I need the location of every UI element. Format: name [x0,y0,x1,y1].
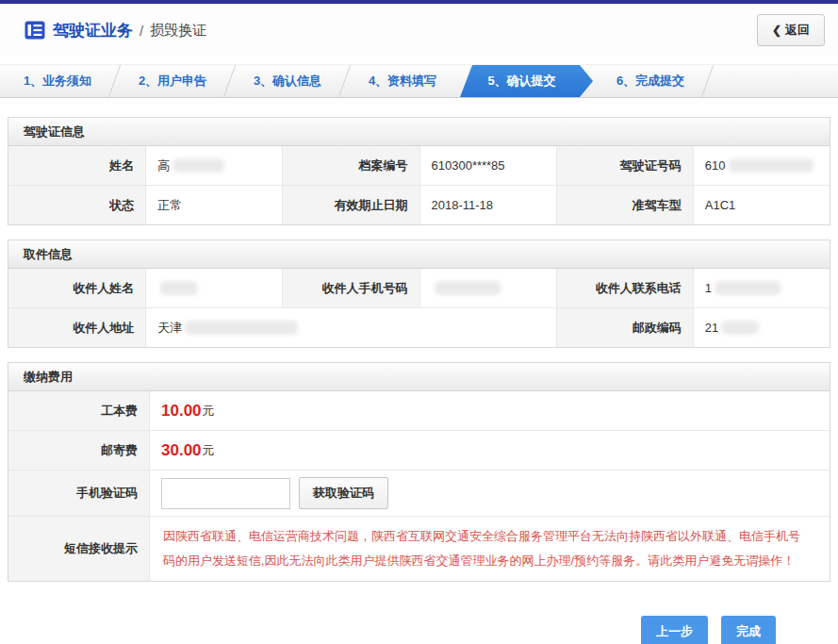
redacted-value [160,281,198,295]
redacted-value [729,158,813,173]
sms-code-cell: 获取验证码 [149,471,830,516]
table-row: 收件人地址 天津 邮政编码 21 [8,307,830,347]
tab-step-2[interactable]: 2、用户申告 [115,65,230,97]
production-fee-label: 工本费 [8,391,149,430]
license-info-section: 驾驶证信息 姓名 高 档案编号 610300****85 驾驶证号码 610 状… [8,117,830,225]
recipient-address-label: 收件人地址 [8,308,145,347]
table-row: 姓名 高 档案编号 610300****85 驾驶证号码 610 [8,146,830,185]
tab-step-5-active[interactable]: 5、确认提交 [460,65,593,97]
recipient-mobile-label: 收件人手机号码 [282,269,419,307]
sms-code-label: 手机验证码 [8,471,149,516]
production-fee-value: 10.00元 [149,391,830,430]
previous-step-button[interactable]: 上一步 [641,616,708,644]
license-info-title: 驾驶证信息 [8,118,830,146]
sms-notice-label: 短信接收提示 [8,517,149,581]
sms-notice-cell: 因陕西省联通、电信运营商技术问题，陕西省互联网交通安全综合服务管理平台无法向持陕… [149,517,830,581]
table-row: 短信接收提示 因陕西省联通、电信运营商技术问题，陕西省互联网交通安全综合服务管理… [8,516,830,581]
bottom-actions: 上一步 完成 [0,616,838,644]
table-row: 手机验证码 获取验证码 [8,470,830,516]
postal-code-label: 邮政编码 [556,308,693,347]
recipient-phone-label: 收件人联系电话 [556,269,693,307]
recipient-name-value [145,269,282,307]
recipient-name-label: 收件人姓名 [8,269,145,307]
pickup-info-section: 取件信息 收件人姓名 收件人手机号码 收件人联系电话 1 收件人地址 天津 邮政… [8,239,830,348]
recipient-phone-value: 1 [693,269,830,307]
back-chevron-icon: ❮ [772,24,781,37]
fees-section: 缴纳费用 工本费 10.00元 邮寄费 30.00元 手机验证码 获取验证码 短… [8,362,830,582]
sms-notice-text: 因陕西省联通、电信运营商技术问题，陕西省互联网交通安全综合服务管理平台无法向持陕… [161,517,818,581]
table-row: 工本费 10.00元 [8,391,830,430]
finish-button[interactable]: 完成 [721,616,776,644]
tab-step-3[interactable]: 3、确认信息 [230,65,345,97]
name-value: 高 [145,146,282,185]
table-row: 状态 正常 有效期止日期 2018-11-18 准驾车型 A1C1 [8,185,830,224]
fee-unit: 元 [203,442,215,459]
get-code-button[interactable]: 获取验证码 [299,477,388,509]
valid-until-value: 2018-11-18 [419,186,556,224]
vehicle-class-label: 准驾车型 [556,186,693,224]
recipient-mobile-value [419,269,556,307]
license-no-value: 610 [693,146,830,185]
breadcrumb-divider: / [140,23,143,39]
redacted-value [185,321,298,335]
tab-step-1[interactable]: 1、业务须知 [0,65,115,97]
step-tabs: 1、业务须知 2、用户申告 3、确认信息 4、资料填写 5、确认提交 6、完成提… [0,64,838,98]
mailing-fee-amount: 30.00 [161,441,202,460]
license-no-label: 驾驶证号码 [556,146,693,185]
valid-until-label: 有效期止日期 [282,186,419,224]
status-label: 状态 [8,186,145,224]
redacted-value [721,321,759,335]
production-fee-amount: 10.00 [161,402,202,421]
back-button[interactable]: ❮返回 [757,14,825,46]
redacted-value [435,281,501,295]
redacted-value [715,281,780,295]
sms-code-input[interactable] [161,478,290,509]
license-card-icon [25,21,45,40]
pickup-info-title: 取件信息 [8,240,830,269]
mailing-fee-value: 30.00元 [149,431,830,470]
redacted-value [173,158,224,173]
breadcrumb-current: 损毁换证 [150,22,206,40]
file-no-label: 档案编号 [282,146,419,185]
back-label: 返回 [785,23,810,37]
recipient-address-value: 天津 [145,308,556,347]
tab-separator [701,65,714,97]
tab-step-6[interactable]: 6、完成提交 [593,65,708,97]
page-header: 驾驶证业务 / 损毁换证 ❮返回 [0,4,838,57]
tab-step-4[interactable]: 4、资料填写 [345,65,460,97]
table-row: 收件人姓名 收件人手机号码 收件人联系电话 1 [8,269,830,307]
file-no-value: 610300****85 [419,146,556,185]
mailing-fee-label: 邮寄费 [8,431,149,470]
status-value: 正常 [145,186,282,224]
fees-title: 缴纳费用 [8,363,830,391]
vehicle-class-value: A1C1 [693,186,830,224]
table-row: 邮寄费 30.00元 [8,430,830,470]
fee-unit: 元 [203,403,215,420]
page-title: 驾驶证业务 [53,20,133,41]
name-label: 姓名 [8,146,145,185]
postal-code-value: 21 [693,308,830,347]
